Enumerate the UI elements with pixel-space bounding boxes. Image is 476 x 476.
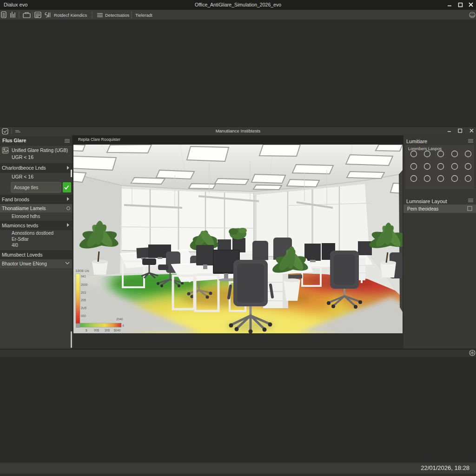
svg-text:000: 000: [81, 314, 86, 317]
svg-text:941: 941: [81, 275, 86, 278]
svg-text:Flus Glare: Flus Glare: [2, 138, 26, 143]
svg-text:$040: $040: [114, 329, 121, 332]
svg-text:2U5: 2U5: [81, 306, 86, 310]
svg-text:Aosage tles: Aosage tles: [14, 185, 38, 190]
svg-text:Lumitiare: Lumitiare: [406, 139, 427, 144]
svg-text:4I0: 4I0: [12, 243, 18, 248]
svg-text:Pern theoideas: Pern theoideas: [407, 206, 438, 212]
svg-text:Charlordbeoce Lnds: Charlordbeoce Lnds: [2, 165, 46, 171]
svg-text:Er-Sdlar: Er-Sdlar: [12, 237, 29, 242]
svg-text:90$: 90$: [94, 329, 99, 332]
svg-text:4: 4: [122, 324, 124, 327]
svg-text:Bhaotor Unwe ENong: Bhaotor Unwe ENong: [2, 261, 47, 266]
svg-text:1808 Us: 1808 Us: [75, 269, 89, 273]
svg-text:Aonostions dostloed: Aonostions dostloed: [12, 231, 53, 236]
svg-text:$: $: [86, 329, 87, 332]
svg-text:Lumnsiare Layout: Lumnsiare Layout: [406, 198, 447, 204]
svg-text:UGR < 16: UGR < 16: [12, 174, 33, 179]
svg-text:Elonoed hdhs: Elonoed hdhs: [12, 214, 40, 219]
svg-text:Unified Glare Rating (UGB): Unified Glare Rating (UGB): [12, 148, 68, 153]
svg-text:Miamioncs tevds: Miamioncs tevds: [2, 223, 38, 228]
svg-text:30$: 30$: [105, 329, 110, 332]
svg-text:205: 205: [81, 298, 86, 302]
svg-text:Mlumsbect Loveds: Mlumsbect Loveds: [2, 252, 43, 258]
svg-text:203: 203: [81, 291, 86, 294]
svg-text:2000: 2000: [81, 283, 88, 286]
svg-text:Fand broods: Fand broods: [2, 197, 29, 202]
svg-text:2040: 2040: [116, 317, 123, 321]
svg-text:UGR < 16: UGR < 16: [12, 154, 33, 160]
svg-text:Lorenbers Laspos: Lorenbers Laspos: [408, 146, 442, 151]
svg-text:Thonatiiame Lamels: Thonatiiame Lamels: [2, 205, 46, 211]
